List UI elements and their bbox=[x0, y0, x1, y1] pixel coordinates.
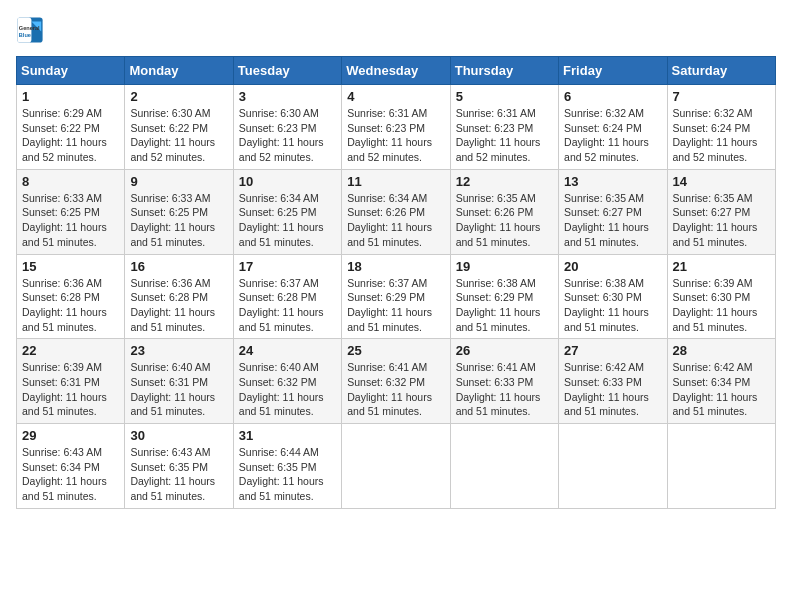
calendar-week-row: 1Sunrise: 6:29 AMSunset: 6:22 PMDaylight… bbox=[17, 85, 776, 170]
calendar-cell: 17Sunrise: 6:37 AMSunset: 6:28 PMDayligh… bbox=[233, 254, 341, 339]
calendar-cell: 19Sunrise: 6:38 AMSunset: 6:29 PMDayligh… bbox=[450, 254, 558, 339]
logo: General Blue bbox=[16, 16, 44, 44]
day-detail: Sunrise: 6:41 AMSunset: 6:33 PMDaylight:… bbox=[456, 360, 553, 419]
day-detail: Sunrise: 6:42 AMSunset: 6:34 PMDaylight:… bbox=[673, 360, 770, 419]
calendar-cell: 30Sunrise: 6:43 AMSunset: 6:35 PMDayligh… bbox=[125, 424, 233, 509]
day-number: 2 bbox=[130, 89, 227, 104]
calendar-cell: 6Sunrise: 6:32 AMSunset: 6:24 PMDaylight… bbox=[559, 85, 667, 170]
column-header-sunday: Sunday bbox=[17, 57, 125, 85]
day-number: 25 bbox=[347, 343, 444, 358]
svg-text:Blue: Blue bbox=[19, 32, 31, 38]
day-detail: Sunrise: 6:34 AMSunset: 6:26 PMDaylight:… bbox=[347, 191, 444, 250]
calendar-cell: 7Sunrise: 6:32 AMSunset: 6:24 PMDaylight… bbox=[667, 85, 775, 170]
svg-text:General: General bbox=[19, 25, 40, 31]
calendar-cell: 1Sunrise: 6:29 AMSunset: 6:22 PMDaylight… bbox=[17, 85, 125, 170]
day-detail: Sunrise: 6:43 AMSunset: 6:35 PMDaylight:… bbox=[130, 445, 227, 504]
calendar-cell: 24Sunrise: 6:40 AMSunset: 6:32 PMDayligh… bbox=[233, 339, 341, 424]
day-number: 14 bbox=[673, 174, 770, 189]
calendar-cell: 2Sunrise: 6:30 AMSunset: 6:22 PMDaylight… bbox=[125, 85, 233, 170]
day-number: 12 bbox=[456, 174, 553, 189]
calendar-cell: 28Sunrise: 6:42 AMSunset: 6:34 PMDayligh… bbox=[667, 339, 775, 424]
column-header-thursday: Thursday bbox=[450, 57, 558, 85]
day-detail: Sunrise: 6:35 AMSunset: 6:27 PMDaylight:… bbox=[564, 191, 661, 250]
day-detail: Sunrise: 6:37 AMSunset: 6:29 PMDaylight:… bbox=[347, 276, 444, 335]
calendar-cell: 26Sunrise: 6:41 AMSunset: 6:33 PMDayligh… bbox=[450, 339, 558, 424]
calendar-cell: 16Sunrise: 6:36 AMSunset: 6:28 PMDayligh… bbox=[125, 254, 233, 339]
day-number: 28 bbox=[673, 343, 770, 358]
calendar-week-row: 8Sunrise: 6:33 AMSunset: 6:25 PMDaylight… bbox=[17, 169, 776, 254]
day-detail: Sunrise: 6:31 AMSunset: 6:23 PMDaylight:… bbox=[347, 106, 444, 165]
day-detail: Sunrise: 6:32 AMSunset: 6:24 PMDaylight:… bbox=[564, 106, 661, 165]
calendar-cell: 11Sunrise: 6:34 AMSunset: 6:26 PMDayligh… bbox=[342, 169, 450, 254]
day-number: 1 bbox=[22, 89, 119, 104]
calendar-cell: 8Sunrise: 6:33 AMSunset: 6:25 PMDaylight… bbox=[17, 169, 125, 254]
day-detail: Sunrise: 6:35 AMSunset: 6:27 PMDaylight:… bbox=[673, 191, 770, 250]
calendar-cell: 27Sunrise: 6:42 AMSunset: 6:33 PMDayligh… bbox=[559, 339, 667, 424]
day-number: 8 bbox=[22, 174, 119, 189]
day-number: 27 bbox=[564, 343, 661, 358]
calendar-week-row: 15Sunrise: 6:36 AMSunset: 6:28 PMDayligh… bbox=[17, 254, 776, 339]
day-number: 6 bbox=[564, 89, 661, 104]
calendar-cell: 10Sunrise: 6:34 AMSunset: 6:25 PMDayligh… bbox=[233, 169, 341, 254]
day-detail: Sunrise: 6:41 AMSunset: 6:32 PMDaylight:… bbox=[347, 360, 444, 419]
day-detail: Sunrise: 6:36 AMSunset: 6:28 PMDaylight:… bbox=[130, 276, 227, 335]
calendar-header-row: SundayMondayTuesdayWednesdayThursdayFrid… bbox=[17, 57, 776, 85]
day-detail: Sunrise: 6:40 AMSunset: 6:32 PMDaylight:… bbox=[239, 360, 336, 419]
calendar-cell: 12Sunrise: 6:35 AMSunset: 6:26 PMDayligh… bbox=[450, 169, 558, 254]
day-number: 13 bbox=[564, 174, 661, 189]
calendar-cell: 20Sunrise: 6:38 AMSunset: 6:30 PMDayligh… bbox=[559, 254, 667, 339]
day-number: 9 bbox=[130, 174, 227, 189]
day-detail: Sunrise: 6:39 AMSunset: 6:30 PMDaylight:… bbox=[673, 276, 770, 335]
calendar-week-row: 29Sunrise: 6:43 AMSunset: 6:34 PMDayligh… bbox=[17, 424, 776, 509]
day-number: 11 bbox=[347, 174, 444, 189]
column-header-monday: Monday bbox=[125, 57, 233, 85]
calendar-cell: 9Sunrise: 6:33 AMSunset: 6:25 PMDaylight… bbox=[125, 169, 233, 254]
calendar-cell: 3Sunrise: 6:30 AMSunset: 6:23 PMDaylight… bbox=[233, 85, 341, 170]
calendar-cell: 5Sunrise: 6:31 AMSunset: 6:23 PMDaylight… bbox=[450, 85, 558, 170]
calendar-cell: 13Sunrise: 6:35 AMSunset: 6:27 PMDayligh… bbox=[559, 169, 667, 254]
day-detail: Sunrise: 6:37 AMSunset: 6:28 PMDaylight:… bbox=[239, 276, 336, 335]
column-header-friday: Friday bbox=[559, 57, 667, 85]
day-number: 21 bbox=[673, 259, 770, 274]
day-detail: Sunrise: 6:44 AMSunset: 6:35 PMDaylight:… bbox=[239, 445, 336, 504]
calendar-cell bbox=[667, 424, 775, 509]
calendar-table: SundayMondayTuesdayWednesdayThursdayFrid… bbox=[16, 56, 776, 509]
calendar-cell bbox=[450, 424, 558, 509]
day-detail: Sunrise: 6:38 AMSunset: 6:30 PMDaylight:… bbox=[564, 276, 661, 335]
day-detail: Sunrise: 6:39 AMSunset: 6:31 PMDaylight:… bbox=[22, 360, 119, 419]
day-number: 23 bbox=[130, 343, 227, 358]
calendar-cell bbox=[342, 424, 450, 509]
day-detail: Sunrise: 6:33 AMSunset: 6:25 PMDaylight:… bbox=[130, 191, 227, 250]
day-detail: Sunrise: 6:43 AMSunset: 6:34 PMDaylight:… bbox=[22, 445, 119, 504]
day-detail: Sunrise: 6:34 AMSunset: 6:25 PMDaylight:… bbox=[239, 191, 336, 250]
day-detail: Sunrise: 6:29 AMSunset: 6:22 PMDaylight:… bbox=[22, 106, 119, 165]
day-detail: Sunrise: 6:30 AMSunset: 6:22 PMDaylight:… bbox=[130, 106, 227, 165]
day-number: 29 bbox=[22, 428, 119, 443]
day-number: 18 bbox=[347, 259, 444, 274]
calendar-cell: 4Sunrise: 6:31 AMSunset: 6:23 PMDaylight… bbox=[342, 85, 450, 170]
column-header-saturday: Saturday bbox=[667, 57, 775, 85]
day-number: 3 bbox=[239, 89, 336, 104]
calendar-cell: 29Sunrise: 6:43 AMSunset: 6:34 PMDayligh… bbox=[17, 424, 125, 509]
calendar-cell: 23Sunrise: 6:40 AMSunset: 6:31 PMDayligh… bbox=[125, 339, 233, 424]
day-detail: Sunrise: 6:42 AMSunset: 6:33 PMDaylight:… bbox=[564, 360, 661, 419]
calendar-cell: 21Sunrise: 6:39 AMSunset: 6:30 PMDayligh… bbox=[667, 254, 775, 339]
column-header-wednesday: Wednesday bbox=[342, 57, 450, 85]
day-detail: Sunrise: 6:31 AMSunset: 6:23 PMDaylight:… bbox=[456, 106, 553, 165]
day-number: 26 bbox=[456, 343, 553, 358]
day-number: 20 bbox=[564, 259, 661, 274]
day-number: 22 bbox=[22, 343, 119, 358]
day-number: 19 bbox=[456, 259, 553, 274]
page-header: General Blue bbox=[16, 16, 776, 44]
column-header-tuesday: Tuesday bbox=[233, 57, 341, 85]
day-number: 10 bbox=[239, 174, 336, 189]
calendar-cell: 25Sunrise: 6:41 AMSunset: 6:32 PMDayligh… bbox=[342, 339, 450, 424]
day-number: 15 bbox=[22, 259, 119, 274]
day-detail: Sunrise: 6:33 AMSunset: 6:25 PMDaylight:… bbox=[22, 191, 119, 250]
day-number: 16 bbox=[130, 259, 227, 274]
logo-icon: General Blue bbox=[16, 16, 44, 44]
calendar-cell: 15Sunrise: 6:36 AMSunset: 6:28 PMDayligh… bbox=[17, 254, 125, 339]
calendar-cell: 22Sunrise: 6:39 AMSunset: 6:31 PMDayligh… bbox=[17, 339, 125, 424]
day-number: 4 bbox=[347, 89, 444, 104]
day-detail: Sunrise: 6:36 AMSunset: 6:28 PMDaylight:… bbox=[22, 276, 119, 335]
